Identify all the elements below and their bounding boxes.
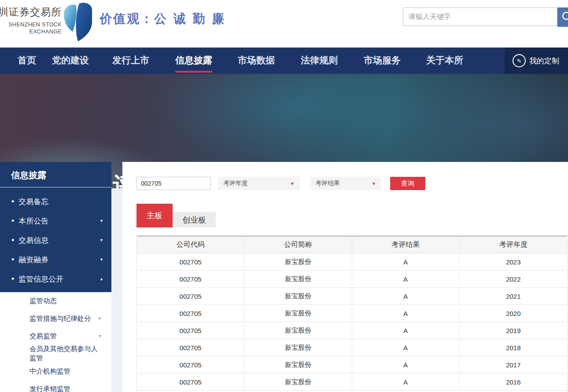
table-cell: 新宝股份 (244, 356, 352, 373)
sidebar: 信息披露 •交易备忘•本所公告▼•交易信息▼•融资融券▼•监管信息公开▲ 监管动… (0, 162, 111, 392)
nav-item-market-services[interactable]: 市场服务 (364, 48, 401, 74)
sidebar-title: 信息披露 (0, 162, 111, 187)
table-body: 002705新宝股份A2023002705新宝股份A2022002705新宝股份… (137, 253, 567, 391)
evaluation-table: 公司代码公司简称考评结果考评年度 002705新宝股份A2023002705新宝… (136, 236, 568, 392)
sidebar-item-2[interactable]: •交易信息▼ (0, 231, 111, 250)
table-cell: 2018 (460, 339, 567, 356)
sidebar-subitem-5[interactable]: 发行承销监管 (0, 380, 111, 392)
table-row: 002705新宝股份A2016 (137, 374, 567, 391)
sidebar-subitem-label: 中介机构监管 (30, 367, 70, 376)
sidebar-subitem-1[interactable]: 监管措施与纪律处分▼ (0, 310, 111, 327)
nav-item-party-building[interactable]: 党的建设 (52, 48, 89, 74)
sidebar-item-4[interactable]: •监管信息公开▲ (0, 269, 111, 289)
table-row: 002705新宝股份A2022 (137, 271, 567, 288)
sidebar-item-label: 融资融券 (18, 255, 48, 265)
table-cell: 2016 (460, 374, 567, 390)
sidebar-subitem-3[interactable]: 会员及其他交易参与人监管 (0, 345, 111, 363)
bullet-icon: • (11, 217, 14, 225)
eval-year-select[interactable]: 考评年度 ▼ (218, 177, 300, 190)
table-cell: 新宝股份 (244, 322, 352, 339)
eval-result-select-label: 考评结果 (315, 180, 340, 187)
table-header-cell: 考评结果 (352, 236, 460, 253)
my-custom-label: 我的定制 (529, 56, 559, 66)
table-cell: 002705 (137, 374, 244, 390)
sidebar-item-label: 交易信息 (18, 235, 48, 245)
table-cell: 2019 (460, 322, 567, 339)
table-header-cell: 考评年度 (460, 236, 567, 253)
sidebar-subitem-label: 发行承销监管 (30, 385, 70, 392)
table-cell: 2022 (460, 271, 567, 287)
dropdown-arrow-icon: ▼ (372, 181, 376, 186)
table-cell: 002705 (137, 253, 244, 270)
table-cell: A (352, 288, 460, 304)
nav-item-about[interactable]: 关于本所 (426, 48, 463, 74)
sidebar-item-label: 本所公告 (18, 216, 48, 226)
table-row: 002705新宝股份A2019 (137, 322, 567, 339)
query-button[interactable]: 查询 (390, 177, 425, 190)
search-button[interactable] (557, 7, 568, 27)
top-header: 深圳证券交易所 SHENZHEN STOCK EXCHANGE 价值观：公 诚 … (0, 0, 568, 48)
chevron-down-icon: ▼ (100, 219, 103, 223)
site-search-input[interactable] (403, 7, 557, 26)
sidebar-subitem-label: 会员及其他交易参与人监管 (30, 344, 102, 363)
sidebar-subitem-label: 监管措施与纪律处分 (30, 314, 91, 323)
nav-item-disclosure[interactable]: 信息披露 (175, 48, 212, 74)
brand[interactable]: 深圳证券交易所 SHENZHEN STOCK EXCHANGE (0, 5, 62, 40)
org-name-cn: 深圳证券交易所 (0, 5, 62, 19)
table-row: 002705新宝股份A2018 (137, 339, 567, 356)
table-cell: 2017 (460, 356, 567, 373)
sidebar-main-group: 信息披露 •交易备忘•本所公告▼•交易信息▼•融资融券▼•监管信息公开▲ (0, 162, 111, 292)
sidebar-items: •交易备忘•本所公告▼•交易信息▼•融资融券▼•监管信息公开▲ (0, 187, 111, 289)
table-cell: A (352, 356, 460, 373)
table-cell: 002705 (137, 305, 244, 322)
table-cell: 002705 (137, 322, 244, 339)
sidebar-item-0[interactable]: •交易备忘 (0, 192, 111, 211)
page: 深圳证券交易所 SHENZHEN STOCK EXCHANGE 价值观：公 诚 … (0, 0, 568, 392)
sidebar-item-label: 监管信息公开 (18, 274, 63, 284)
sidebar-item-1[interactable]: •本所公告▼ (0, 211, 111, 231)
bullet-icon: • (11, 236, 14, 244)
table-cell: 002705 (137, 356, 244, 373)
content-panel: 考评年度 ▼ 考评结果 ▼ 查询 主板 创业板 公司代码公司简称考评结果考评年度… (122, 162, 568, 392)
table-cell: 新宝股份 (244, 305, 352, 322)
table-cell: 2020 (460, 305, 567, 322)
table-row: 002705新宝股份A2020 (137, 305, 567, 322)
table-header-cell: 公司简称 (244, 236, 352, 253)
value-slogan: 价值观：公 诚 勤 廉 (100, 11, 225, 27)
tab-main-board[interactable]: 主板 (136, 204, 173, 227)
nav-item-market-data[interactable]: 市场数据 (238, 48, 275, 74)
sidebar-item-3[interactable]: •融资融券▼ (0, 250, 111, 269)
table-cell: 新宝股份 (244, 253, 352, 270)
eval-result-select[interactable]: 考评结果 ▼ (310, 177, 381, 190)
table-cell: A (352, 305, 460, 322)
dropdown-arrow-icon: ▼ (290, 181, 295, 186)
nav-item-rules[interactable]: 法律规则 (301, 48, 338, 74)
nav-item-listing[interactable]: 发行上市 (112, 48, 149, 74)
sidebar-subitem-0[interactable]: 监管动态 (0, 292, 111, 310)
sidebar-subitem-label: 监管动态 (30, 297, 57, 306)
szse-logo-icon (63, 2, 93, 44)
table-cell: A (352, 374, 460, 390)
sidebar-subitem-4[interactable]: 中介机构监管 (0, 363, 111, 380)
chevron-down-icon: ▼ (98, 316, 102, 321)
chevron-down-icon: ▼ (100, 257, 103, 262)
tab-chinext-board[interactable]: 创业板 (173, 212, 216, 227)
table-cell: A (352, 253, 460, 270)
chevron-down-icon: ▼ (98, 334, 102, 338)
sidebar-subitem-2[interactable]: 交易监管▼ (0, 327, 111, 345)
sidebar-subitem-label: 交易监管 (30, 332, 57, 341)
search-icon (557, 8, 568, 27)
table-cell: 2021 (460, 288, 567, 304)
table-row: 002705新宝股份A2023 (137, 253, 567, 271)
table-cell: A (352, 271, 460, 287)
bullet-icon: • (11, 275, 14, 283)
table-header-row: 公司代码公司简称考评结果考评年度 (137, 236, 567, 253)
nav-item-home[interactable]: 首页 (18, 48, 36, 74)
table-cell: 2023 (460, 253, 567, 270)
my-custom-button[interactable]: ✎ 我的定制 (505, 48, 568, 74)
org-name-en: SHENZHEN STOCK EXCHANGE (0, 21, 62, 35)
table-cell: 002705 (137, 271, 244, 287)
sidebar-subitems: 监管动态监管措施与纪律处分▼交易监管▼会员及其他交易参与人监管中介机构监管发行承… (0, 292, 111, 392)
company-code-input[interactable] (136, 177, 211, 190)
table-row: 002705新宝股份A2017 (137, 356, 567, 374)
